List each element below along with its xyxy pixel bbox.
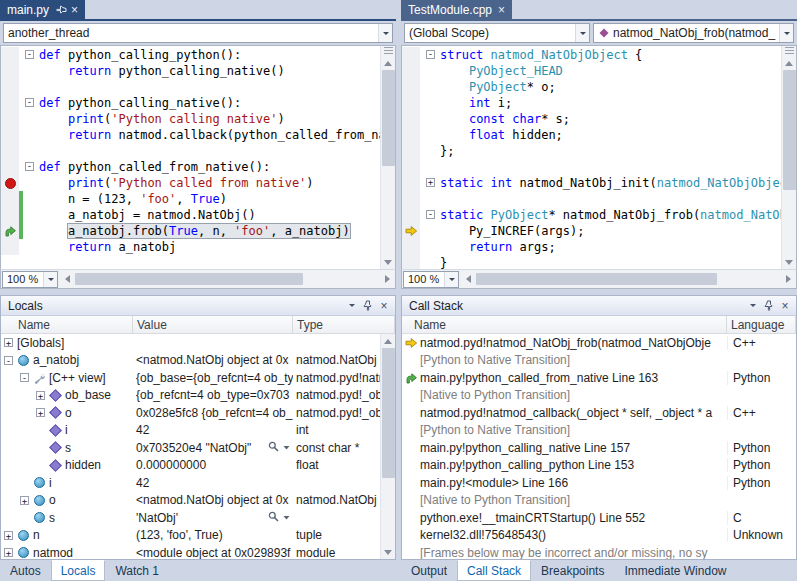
collapse-icon[interactable]: - (4, 356, 13, 365)
locals-row[interactable]: -a_natobj<natmod.NatObj object at 0xnatm… (1, 352, 380, 370)
code-viewport-python[interactable]: -def python_calling_python(): return pyt… (0, 45, 396, 269)
tool-tab-immediate-window[interactable]: Immediate Window (614, 560, 736, 581)
code-line[interactable]: n = (123, 'foo', True) (1, 191, 380, 207)
callstack-annotation-row[interactable]: [Python to Native Transition] (402, 352, 796, 370)
callstack-frame-row[interactable]: python.exe!__tmainCRTStartup() Line 552C (402, 509, 796, 527)
code-line[interactable]: print('Python calling native') (1, 111, 380, 127)
scrollbar-splitter-grip[interactable] (785, 47, 794, 55)
scrollbar-splitter-grip[interactable] (384, 47, 393, 55)
code-line[interactable]: +static int natmod_NatObj_init(natmod_Na… (402, 175, 781, 191)
chevron-down-icon[interactable] (444, 272, 458, 287)
locals-row[interactable]: hidden0.000000000float (1, 457, 380, 475)
expand-icon[interactable]: + (4, 338, 13, 347)
fold-toggle-icon[interactable]: + (426, 178, 435, 187)
locals-titlebar[interactable]: Locals (1, 296, 395, 316)
pin-icon[interactable] (53, 5, 67, 15)
pin-icon[interactable] (761, 298, 777, 313)
chevron-down-icon[interactable] (378, 24, 392, 42)
scrollbar-thumb[interactable] (476, 273, 717, 285)
close-icon[interactable] (777, 298, 793, 313)
locals-row[interactable]: i42 (1, 474, 380, 492)
callstack-annotation-row[interactable]: [Python to Native Transition] (402, 422, 796, 440)
horizontal-scrollbar[interactable] (60, 270, 395, 288)
scroll-down-icon[interactable] (782, 255, 797, 269)
code-line[interactable]: a_natobj = natmod.NatObj() (1, 207, 380, 223)
code-line[interactable]: int i; (402, 95, 781, 111)
chevron-down-icon[interactable] (779, 24, 793, 42)
scrollbar-thumb[interactable] (382, 70, 395, 166)
locals-row[interactable]: +n(123, 'foo', True)tuple (1, 527, 380, 545)
code-line[interactable]: return python_calling_native() (1, 63, 380, 79)
scope-dropdown[interactable]: (Global Scope) (404, 23, 590, 43)
code-editor-python[interactable]: -def python_calling_python(): return pyt… (1, 46, 380, 269)
callstack-annotation-row[interactable]: [Native to Python Transition] (402, 492, 796, 510)
current-statement-icon[interactable] (402, 223, 420, 239)
scroll-down-icon[interactable] (381, 255, 396, 269)
locals-row[interactable]: s'NatObj' (1, 509, 380, 527)
zoom-dropdown[interactable]: 100 % (403, 271, 459, 288)
column-header-name[interactable]: Name (1, 316, 133, 333)
horizontal-scrollbar[interactable] (461, 270, 796, 288)
callstack-frame-row[interactable]: main.py!python_calling_python Line 153Py… (402, 457, 796, 475)
locals-row[interactable]: +o<natmod.NatObj object at 0xnatmod.NatO… (1, 492, 380, 510)
breakpoint-icon[interactable] (1, 175, 19, 191)
current-frame-icon[interactable] (1, 223, 19, 239)
tool-tab-autos[interactable]: Autos (0, 560, 51, 581)
tool-tab-locals[interactable]: Locals (51, 560, 106, 581)
magnifier-icon[interactable] (268, 441, 279, 455)
code-viewport-cpp[interactable]: -struct natmod_NatObjObject { PyObject_H… (401, 45, 797, 269)
current-frame-icon[interactable] (402, 372, 420, 384)
code-line[interactable]: return a_natobj (1, 239, 380, 255)
callstack-frame-row[interactable]: main.py!python_called_from_native Line 1… (402, 369, 796, 387)
dropdown-icon[interactable] (282, 441, 291, 455)
callstack-titlebar[interactable]: Call Stack (402, 296, 796, 316)
tool-tab-output[interactable]: Output (401, 560, 457, 581)
code-line[interactable]: a_natobj.frob(True, n, 'foo', a_natobj) (1, 223, 380, 239)
callstack-frame-row[interactable]: natmod.pyd!natmod_callback(_object * sel… (402, 404, 796, 422)
code-line[interactable]: -static PyObject* natmod_NatObj_frob(nat… (402, 207, 781, 223)
code-line[interactable]: return args; (402, 239, 781, 255)
code-line[interactable]: return natmod.callback(python_called_fro… (1, 127, 380, 143)
tool-tab-breakpoints[interactable]: Breakpoints (531, 560, 614, 581)
column-header-language[interactable]: Language (727, 316, 796, 333)
code-line[interactable]: const char* s; (402, 111, 781, 127)
code-line[interactable]: PyObject_HEAD (402, 63, 781, 79)
code-line[interactable]: } (402, 255, 781, 269)
callstack-frame-row[interactable]: kernel32.dll!75648543()Unknown (402, 527, 796, 545)
scroll-left-icon[interactable] (60, 272, 75, 286)
code-line[interactable]: -def python_calling_python(): (1, 47, 380, 63)
locals-row[interactable]: -[C++ view]{ob_base={ob_refcnt=4 ob_tyna… (1, 369, 380, 387)
locals-scrollbar[interactable] (380, 334, 395, 559)
callstack-frame-row[interactable]: main.py!python_calling_native Line 157Py… (402, 439, 796, 457)
code-line[interactable]: float hidden; (402, 127, 781, 143)
fold-toggle-icon[interactable]: - (426, 210, 435, 219)
close-icon[interactable] (71, 5, 78, 15)
code-line[interactable] (1, 79, 380, 95)
magnifier-icon[interactable] (268, 511, 279, 525)
fold-toggle-icon[interactable]: - (25, 98, 34, 107)
tab-testmodule-cpp[interactable]: TestModule.cpp (401, 0, 512, 19)
code-editor-cpp[interactable]: -struct natmod_NatObjObject { PyObject_H… (402, 46, 781, 269)
locals-row[interactable]: +natmod<module object at 0x029893fmodule (1, 544, 380, 559)
scroll-left-icon[interactable] (461, 272, 476, 286)
scroll-up-icon[interactable] (782, 56, 797, 70)
expand-icon[interactable]: + (36, 408, 45, 417)
dropdown-icon[interactable] (282, 511, 291, 525)
code-line[interactable] (402, 159, 781, 175)
callstack-annotation-row[interactable]: [Native to Python Transition] (402, 387, 796, 405)
scroll-down-icon[interactable] (381, 545, 396, 559)
tool-tab-call-stack[interactable]: Call Stack (457, 560, 531, 581)
code-line[interactable]: Py_INCREF(args); (402, 223, 781, 239)
column-header-name[interactable]: Name (402, 316, 727, 333)
expand-icon[interactable]: + (20, 496, 29, 505)
locals-row[interactable]: i42int (1, 422, 380, 440)
fold-toggle-icon[interactable]: - (25, 50, 34, 59)
vertical-scrollbar[interactable] (781, 46, 796, 269)
callstack-frame-row[interactable]: natmod.pyd!natmod_NatObj_frob(natmod_Nat… (402, 334, 796, 352)
code-line[interactable]: -def python_called_from_native(): (1, 159, 380, 175)
zoom-dropdown[interactable]: 100 % (2, 271, 58, 288)
locals-row[interactable]: s0x703520e4 "NatObj"const char * (1, 439, 380, 457)
code-line[interactable] (402, 191, 781, 207)
tool-tab-watch-1[interactable]: Watch 1 (105, 560, 169, 581)
scrollbar-thumb[interactable] (75, 273, 303, 285)
